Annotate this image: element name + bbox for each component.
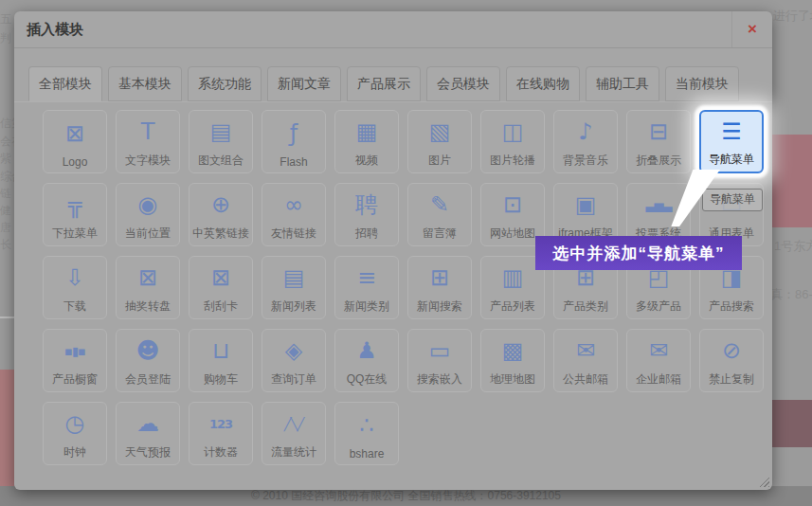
collapse-panel-icon: ⊟ (649, 111, 668, 153)
module-label: 产品橱窗 (52, 371, 98, 388)
clock-icon: ◷ (65, 403, 85, 444)
module-tile-collapse[interactable]: ⊟折叠展示 (626, 110, 691, 173)
background-page: 五判信第会在紫综合链健唐长 进行了坦 1号东方 真：86-0 © 2010 国经… (0, 0, 812, 506)
module-label: 购物车 (204, 371, 238, 388)
news-list-icon: ▤ (283, 257, 305, 298)
background-text-address: 1号东方 (774, 238, 812, 255)
module-tile-logo[interactable]: ⊠Logo (43, 110, 107, 173)
module-tile-news-category[interactable]: ≡新闻类别 (334, 256, 399, 319)
image-carousel-icon: ◫ (502, 111, 524, 153)
tab-all[interactable]: 全部模块 (28, 66, 102, 101)
module-tile-cart[interactable]: ⊔购物车 (189, 329, 253, 392)
module-tile-lottery-wheel[interactable]: ⊠抽奖转盘 (116, 256, 180, 319)
background-text-fragment: 会在 (0, 134, 14, 150)
tab-basic[interactable]: 基本模块 (108, 66, 182, 101)
module-tile-nav-menu[interactable]: ☰导航菜单 (699, 110, 764, 173)
module-tile-dropdown-menu[interactable]: ╦下拉菜单 (43, 183, 107, 246)
module-tile-product-window[interactable]: ▪▮▪产品橱窗 (43, 329, 107, 392)
module-label: Flash (280, 155, 307, 169)
mailbox-icon: ✉ (576, 330, 595, 371)
tab-system[interactable]: 系统功能 (188, 66, 262, 101)
module-label: 刮刮卡 (204, 298, 238, 315)
download-icon: ⇩ (65, 257, 84, 298)
member-login-icon: ☻ (135, 330, 159, 371)
background-text-fragment: 五 (0, 11, 14, 27)
module-label: 企业邮箱 (636, 371, 681, 388)
module-label: 当前位置 (125, 226, 171, 242)
recruit-icon: 聘 (355, 184, 378, 226)
module-tile-bshare[interactable]: ∴bshare (334, 402, 399, 465)
module-tile-image-text[interactable]: ▤图文组合 (189, 110, 253, 173)
module-label: QQ在线 (347, 371, 388, 388)
module-tile-guestbook[interactable]: ✎留言簿 (407, 183, 472, 246)
background-text-fragment: 信第 (0, 116, 14, 132)
product-list-icon: ▥ (502, 257, 524, 298)
background-red-band-bottom (772, 400, 812, 447)
module-tile-weather[interactable]: ☁天气预报 (116, 402, 180, 465)
module-tile-news-list[interactable]: ▤新闻列表 (262, 256, 326, 319)
background-red-band-top (772, 135, 812, 227)
module-tile-text[interactable]: T文字模块 (116, 110, 180, 173)
module-tile-counter[interactable]: 123计数器 (189, 402, 253, 465)
module-tile-traffic-stats[interactable]: ╱╲╱流量统计 (262, 402, 326, 465)
module-label: 图片轮播 (490, 153, 535, 169)
module-tile-news-search[interactable]: ⊞新闻搜索 (407, 256, 472, 319)
module-tile-location[interactable]: ◉当前位置 (116, 183, 180, 246)
tab-member[interactable]: 会员模块 (426, 66, 500, 101)
module-tile-enterprise-mail[interactable]: ✉企业邮箱 (626, 329, 691, 392)
module-label: 新闻类别 (344, 298, 389, 315)
music-note-icon: ♪ (578, 111, 592, 153)
counter-icon: 123 (209, 403, 232, 444)
tab-product[interactable]: 产品展示 (347, 66, 421, 101)
module-tile-geo-map[interactable]: ▩地理地图 (480, 329, 545, 392)
close-icon[interactable]: × (731, 11, 772, 47)
module-label: 网站地图 (490, 226, 535, 242)
module-tile-qq-online[interactable]: ♟QQ在线 (334, 329, 399, 392)
module-tile-download[interactable]: ⇩下载 (43, 256, 107, 319)
module-tile-no-copy[interactable]: ⊘禁止复制 (699, 329, 764, 392)
module-label: 计数器 (204, 444, 238, 461)
tab-shopping[interactable]: 在线购物 (506, 66, 580, 101)
module-tile-video[interactable]: ▦视频 (334, 110, 399, 173)
module-label: bshare (350, 447, 385, 461)
background-text-fragment: 唐 (0, 220, 14, 236)
module-label: 下载 (63, 298, 86, 315)
module-label: 多级产品 (636, 298, 681, 315)
module-label: 产品类别 (563, 298, 608, 315)
module-label: 留言簿 (423, 226, 457, 242)
resize-handle-icon[interactable] (757, 475, 769, 487)
module-tile-order-query[interactable]: ◈查询订单 (262, 329, 326, 392)
module-tile-public-mail[interactable]: ✉公共邮箱 (553, 329, 618, 392)
location-pin-icon: ◉ (138, 184, 158, 226)
module-tile-image[interactable]: ▧图片 (407, 110, 472, 173)
dialog-titlebar: 插入模块 × (14, 11, 772, 48)
module-tile-member-login[interactable]: ☻会员登陆 (116, 329, 180, 392)
module-tile-search-embed[interactable]: ▭搜索嵌入 (407, 329, 472, 392)
order-query-icon: ◈ (285, 330, 302, 371)
video-icon: ▦ (356, 111, 378, 153)
dialog-title: 插入模块 (27, 11, 83, 47)
image-icon: ▧ (429, 111, 451, 153)
instruction-banner: 选中并添加“导航菜单” (535, 236, 742, 270)
no-copy-icon: ⊘ (722, 330, 741, 371)
tab-news[interactable]: 新闻文章 (267, 66, 341, 101)
module-label: 图片 (428, 153, 451, 169)
module-tile-bg-music[interactable]: ♪背景音乐 (553, 110, 618, 173)
module-tile-flash[interactable]: ƒFlash (262, 110, 326, 173)
scratch-card-icon: ⊠ (211, 257, 230, 298)
module-tile-lang-links[interactable]: ⊕中英繁链接 (189, 183, 253, 246)
background-red-band-left (0, 370, 14, 490)
module-tile-friend-links[interactable]: ∞友情链接 (262, 183, 326, 246)
module-label: 中英繁链接 (192, 226, 249, 242)
tab-tools[interactable]: 辅助工具 (586, 66, 659, 101)
vote-chart-icon: ▃▅▃ (646, 184, 672, 226)
module-tile-clock[interactable]: ◷时钟 (43, 402, 107, 465)
qq-icon: ♟ (356, 330, 377, 371)
tab-current[interactable]: 当前模块 (665, 66, 739, 101)
module-tile-scratch-card[interactable]: ⊠刮刮卡 (189, 256, 253, 319)
traffic-stats-icon: ╱╲╱ (284, 403, 303, 444)
pencil-icon: ✎ (430, 184, 449, 226)
module-tile-recruit[interactable]: 聘招聘 (334, 183, 399, 246)
module-tile-carousel[interactable]: ◫图片轮播 (480, 110, 545, 173)
weather-cloud-icon: ☁ (136, 403, 159, 444)
